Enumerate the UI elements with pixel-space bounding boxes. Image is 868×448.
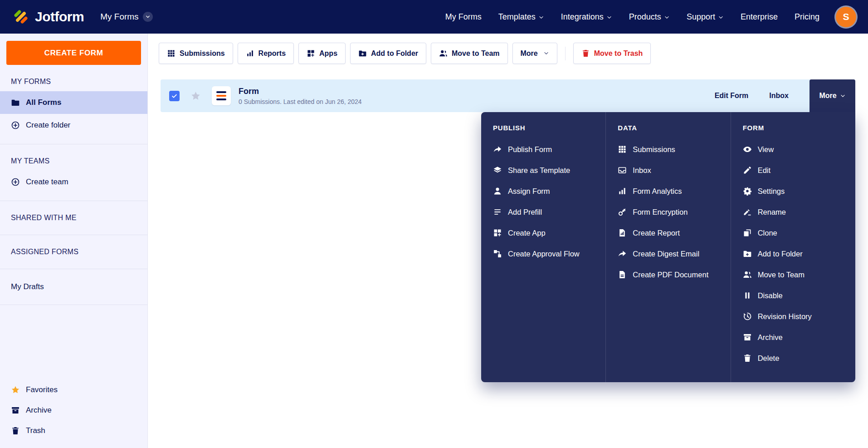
menu-column-data: DATA Submissions Inbox Form Analytics Fo… [605,112,730,382]
menu-item-edit[interactable]: Edit [743,160,844,181]
sidebar-item-trash[interactable]: Trash [0,420,147,441]
folder-plus-icon [358,49,367,58]
menu-item-label: Edit [758,166,770,175]
menu-item-create-approval-flow[interactable]: Create Approval Flow [493,243,594,264]
row-actions: Edit Form Inbox More [715,79,855,112]
more-toolbar-button[interactable]: More [512,43,557,64]
menu-item-rename[interactable]: Rename [743,202,844,222]
nav-link-support[interactable]: Support [687,12,724,22]
menu-item-revision-history[interactable]: Revision History [743,306,844,327]
submissions-button[interactable]: Submissions [159,43,233,64]
forms-toolbar: Submissions Reports Apps Add to Folder M… [148,34,868,71]
menu-item-form-analytics[interactable]: Form Analytics [618,181,718,202]
menu-item-create-digest-email[interactable]: Create Digest Email [618,243,718,264]
divider [0,305,147,305]
star-icon [11,385,20,394]
move-to-team-button[interactable]: Move to Team [431,43,508,64]
create-form-button[interactable]: CREATE FORM [6,41,141,65]
apps-button[interactable]: Apps [298,43,346,64]
menu-item-create-pdf-document[interactable]: Create PDF Document [618,264,718,285]
menu-section-title: PUBLISH [493,124,594,132]
logo-text: Jotform [35,9,84,25]
pause-icon [743,291,752,300]
bar-chart-icon [246,49,254,58]
sidebar-item-create-folder[interactable]: Create folder [0,114,147,137]
inbox-link[interactable]: Inbox [769,92,789,100]
nav-link-templates[interactable]: Templates [498,12,544,22]
move-to-trash-button[interactable]: Move to Trash [573,43,651,64]
sidebar-item-my-drafts[interactable]: My Drafts [0,276,147,297]
menu-item-inbox[interactable]: Inbox [618,160,718,181]
nav-link-integrations[interactable]: Integrations [561,12,612,22]
menu-item-clone[interactable]: Clone [743,222,844,243]
my-teams-section-title: MY TEAMS [0,144,147,171]
copy-icon [743,228,752,237]
edit-form-link[interactable]: Edit Form [715,92,749,100]
sidebar: CREATE FORM MY FORMS All Forms Create fo… [0,34,148,448]
nav-link-my-forms[interactable]: My Forms [445,12,482,22]
row-checkbox[interactable] [169,91,180,101]
jotform-logo[interactable]: Jotform [12,8,84,26]
menu-item-settings[interactable]: Settings [743,181,844,202]
add-to-folder-button[interactable]: Add to Folder [350,43,426,64]
main-content: Submissions Reports Apps Add to Folder M… [148,34,868,448]
send-icon [618,249,627,258]
menu-item-disable[interactable]: Disable [743,285,844,306]
menu-item-move-to-team[interactable]: Move to Team [743,264,844,285]
menu-item-label: Rename [758,208,786,217]
form-info: Form 0 Submissions. Last edited on Jun 2… [239,87,362,105]
menu-item-view[interactable]: View [743,139,844,160]
menu-item-publish-form[interactable]: Publish Form [493,139,594,160]
reports-button[interactable]: Reports [238,43,294,64]
menu-item-archive[interactable]: Archive [743,327,844,348]
nav-link-products[interactable]: Products [629,12,670,22]
menu-item-add-prefill[interactable]: Add Prefill [493,202,594,222]
menu-item-assign-form[interactable]: Assign Form [493,181,594,202]
menu-item-create-report[interactable]: Create Report [618,222,718,243]
workspace-switcher[interactable]: My Forms [100,12,152,22]
user-avatar[interactable]: S [836,7,856,27]
chevron-down-icon [840,93,846,99]
jotform-logo-icon [12,8,30,26]
archive-icon [11,406,20,415]
trash-icon [743,354,752,363]
favorite-star-icon[interactable] [190,91,201,101]
trash-icon [581,49,590,58]
sidebar-item-label: All Forms [26,98,61,107]
menu-item-label: Assign Form [508,187,550,196]
chevron-down-icon [543,50,549,56]
history-icon [743,312,752,321]
menu-item-label: Create Digest Email [633,250,699,258]
nav-label: My Forms [445,12,482,22]
workspace-label: My Forms [100,12,138,22]
sidebar-item-favorites[interactable]: Favorites [0,379,147,400]
menu-item-submissions[interactable]: Submissions [618,139,718,160]
menu-item-label: Submissions [633,145,675,154]
sidebar-item-all-forms[interactable]: All Forms [0,91,147,114]
nav-link-pricing[interactable]: Pricing [795,12,819,22]
form-title[interactable]: Form [239,87,362,96]
sidebar-item-label: Trash [26,426,45,435]
sidebar-item-label: Archive [26,406,52,415]
button-label: More [819,92,836,100]
menu-item-add-to-folder[interactable]: Add to Folder [743,243,844,264]
sidebar-item-archive[interactable]: Archive [0,400,147,420]
nav-link-enterprise[interactable]: Enterprise [741,12,778,22]
nav-label: Integrations [561,12,604,22]
menu-item-share-as-template[interactable]: Share as Template [493,160,594,181]
menu-item-label: Share as Template [508,166,570,175]
avatar-initial: S [843,11,849,22]
button-label: Apps [319,49,337,58]
more-dropdown-menu: PUBLISH Publish Form Share as Template A… [481,112,855,382]
sidebar-item-create-team[interactable]: Create team [0,171,147,193]
menu-item-label: Add to Folder [758,250,803,258]
menu-item-create-app[interactable]: Create App [493,222,594,243]
menu-item-form-encryption[interactable]: Form Encryption [618,202,718,222]
row-more-button[interactable]: More [809,79,855,112]
shared-with-me-section-title[interactable]: SHARED WITH ME [0,201,147,227]
send-icon [493,145,502,154]
menu-item-delete[interactable]: Delete [743,348,844,369]
menu-section-title: FORM [743,124,844,132]
assigned-forms-section-title[interactable]: ASSIGNED FORMS [0,235,147,261]
folder-icon [11,98,20,107]
